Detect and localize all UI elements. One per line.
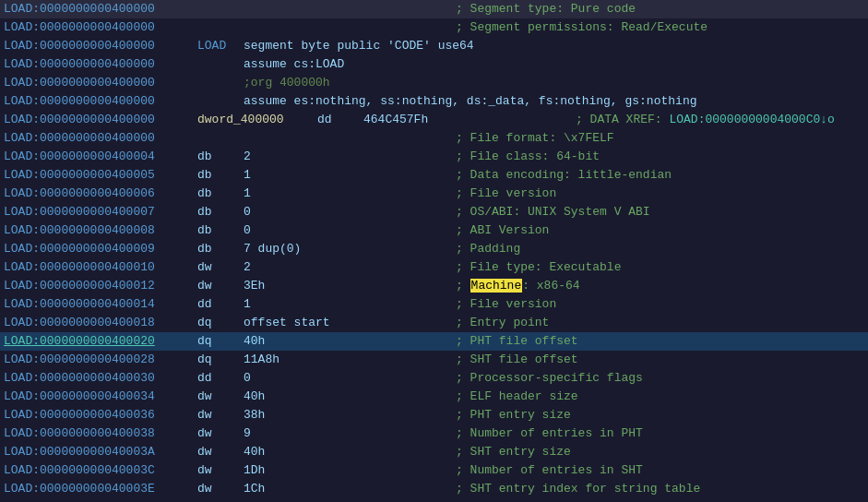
operand: segment byte public 'CODE' use64 xyxy=(244,37,474,55)
address: LOAD:0000000000400030 xyxy=(4,369,197,388)
mnemonic: db xyxy=(197,221,244,240)
address: LOAD:0000000000400010 xyxy=(4,258,197,277)
address[interactable]: LOAD:0000000000400020 xyxy=(4,332,197,351)
operand: 3Eh xyxy=(244,277,456,295)
mnemonic: dw xyxy=(197,424,244,443)
operand: 0 xyxy=(244,369,456,388)
disasm-line[interactable]: LOAD:0000000000400008db0; ABI Version xyxy=(0,221,868,240)
operand: 1 xyxy=(244,185,456,203)
mnemonic: dw xyxy=(197,480,244,498)
address: LOAD:0000000000400000 xyxy=(4,129,197,148)
comment: ; File type: Executable xyxy=(456,258,621,277)
address: LOAD:0000000000400018 xyxy=(4,314,197,332)
disasm-line[interactable]: LOAD:000000000040003Cdw1Dh; Number of en… xyxy=(0,461,868,480)
comment: ; Number of entries in SHT xyxy=(456,461,643,480)
disasm-line[interactable]: LOAD:0000000000400014dd1; File version xyxy=(0,295,868,314)
disasm-line[interactable]: LOAD:000000000040003Adw40h; SHT entry si… xyxy=(0,443,868,461)
disasm-line[interactable]: LOAD:0000000000400009db7 dup(0); Padding xyxy=(0,240,868,258)
mnemonic: dd xyxy=(317,111,363,129)
address: LOAD:0000000000400034 xyxy=(4,388,197,406)
disasm-line[interactable]: LOAD:0000000000400005db1; Data encoding:… xyxy=(0,166,868,185)
address: LOAD:0000000000400000 xyxy=(4,74,197,92)
mnemonic: dd xyxy=(197,369,244,388)
comment: ; SHT file offset xyxy=(456,351,578,369)
disasm-line[interactable]: LOAD:0000000000400000dword_400000dd464C4… xyxy=(0,111,868,129)
comment: ; Machine: x86-64 xyxy=(456,277,580,295)
operand: 1Dh xyxy=(244,461,456,480)
mnemonic: db xyxy=(197,148,244,166)
disasm-line[interactable]: LOAD:000000000040003Edw1Ch; SHT entry in… xyxy=(0,480,868,498)
disasm-line[interactable]: LOAD:0000000000400036dw38h; PHT entry si… xyxy=(0,406,868,424)
address: LOAD:0000000000400007 xyxy=(4,203,197,221)
mnemonic: dw xyxy=(197,406,244,424)
comment: ; File class: 64-bit xyxy=(456,148,600,166)
operand: assume cs:LOAD xyxy=(244,55,456,74)
operand: 2 xyxy=(244,258,456,277)
address: LOAD:0000000000400038 xyxy=(4,424,197,443)
disasm-line[interactable]: LOAD:0000000000400030dd0; Processor-spec… xyxy=(0,369,868,388)
disasm-line[interactable]: LOAD:0000000000400038dw9; Number of entr… xyxy=(0,424,868,443)
disasm-line[interactable]: LOAD:0000000000400006db1; File version xyxy=(0,185,868,203)
disasm-line[interactable]: LOAD:0000000000400000assume cs:LOAD xyxy=(0,55,868,74)
address: LOAD:0000000000400036 xyxy=(4,406,197,424)
comment: ; ABI Version xyxy=(456,221,549,240)
address: LOAD:0000000000400000 xyxy=(4,37,197,55)
address: LOAD:0000000000400014 xyxy=(4,295,197,314)
operand: 40h xyxy=(244,332,456,351)
mnemonic: dq xyxy=(197,351,244,369)
address: LOAD:0000000000400008 xyxy=(4,221,197,240)
disasm-line[interactable]: LOAD:0000000000400000; File format: \x7F… xyxy=(0,129,868,148)
operand: assume es:nothing, ss:nothing, ds:_data,… xyxy=(244,92,696,111)
operand: offset start xyxy=(244,314,456,332)
disasm-line[interactable]: LOAD:0000000000400020dq40h; PHT file off… xyxy=(0,332,868,351)
address: LOAD:0000000000400000 xyxy=(4,92,197,111)
operand: 0 xyxy=(244,203,456,221)
operand: ;org 400000h xyxy=(244,74,456,92)
mnemonic: db xyxy=(197,185,244,203)
operand: 40h xyxy=(244,388,456,406)
operand: 464C457Fh xyxy=(363,111,576,129)
disasm-line[interactable]: LOAD:0000000000400028dq11A8h; SHT file o… xyxy=(0,351,868,369)
disasm-line[interactable]: LOAD:0000000000400000; Segment permissio… xyxy=(0,18,868,37)
operand: 2 xyxy=(244,148,456,166)
disasm-line[interactable]: LOAD:0000000000400007db0; OS/ABI: UNIX S… xyxy=(0,203,868,221)
operand: 1 xyxy=(244,295,456,314)
operand: 7 dup(0) xyxy=(244,240,456,258)
disasm-line[interactable]: LOAD:0000000000400018dqoffset start; Ent… xyxy=(0,314,868,332)
comment: ; SHT entry size xyxy=(456,443,571,461)
comment: ; Processor-specific flags xyxy=(456,369,643,388)
disasm-line[interactable]: LOAD:0000000000400000assume es:nothing, … xyxy=(0,92,868,111)
disasm-line[interactable]: LOAD:0000000000400004db2; File class: 64… xyxy=(0,148,868,166)
disasm-line[interactable]: LOAD:0000000000400034dw40h; ELF header s… xyxy=(0,388,868,406)
address: LOAD:0000000000400004 xyxy=(4,148,197,166)
address: LOAD:0000000000400006 xyxy=(4,185,197,203)
disasm-line[interactable]: LOAD:0000000000400000LOADsegment byte pu… xyxy=(0,37,868,55)
comment: ; PHT file offset xyxy=(456,332,578,351)
address: LOAD:000000000040003E xyxy=(4,480,197,498)
mnemonic: dw xyxy=(197,388,244,406)
comment: ; Segment permissions: Read/Execute xyxy=(456,18,707,37)
operand: 0 xyxy=(244,221,456,240)
operand: 38h xyxy=(244,406,456,424)
mnemonic: dd xyxy=(197,295,244,314)
address: LOAD:0000000000400000 xyxy=(4,0,197,18)
comment: ; Segment type: Pure code xyxy=(456,0,636,18)
comment: ; File format: \x7FELF xyxy=(456,129,614,148)
comment: ; Entry point xyxy=(456,314,549,332)
disasm-line[interactable]: LOAD:0000000000400012dw3Eh; Machine: x86… xyxy=(0,277,868,295)
disasm-line[interactable]: LOAD:0000000000400000; Segment type: Pur… xyxy=(0,0,868,18)
comment: ; PHT entry size xyxy=(456,406,571,424)
comment: ; Data encoding: little-endian xyxy=(456,166,672,185)
mnemonic: dq xyxy=(197,332,244,351)
operand: 1Ch xyxy=(244,480,456,498)
disasm-line[interactable]: LOAD:0000000000400010dw2; File type: Exe… xyxy=(0,258,868,277)
disasm-line[interactable]: LOAD:0000000000400000;org 400000h xyxy=(0,74,868,92)
mnemonic: dq xyxy=(197,314,244,332)
operand: 11A8h xyxy=(244,351,456,369)
comment: ; File version xyxy=(456,295,556,314)
address: LOAD:0000000000400009 xyxy=(4,240,197,258)
address: LOAD:0000000000400012 xyxy=(4,277,197,295)
mnemonic: dw xyxy=(197,461,244,480)
address: LOAD:0000000000400000 xyxy=(4,55,197,74)
mnemonic: dw xyxy=(197,277,244,295)
